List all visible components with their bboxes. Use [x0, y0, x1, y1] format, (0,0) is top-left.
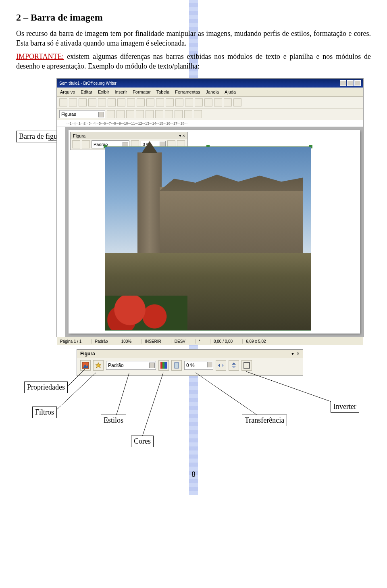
paste-icon[interactable] — [137, 98, 145, 106]
cut-icon[interactable] — [117, 98, 125, 106]
menu-formatar[interactable]: Formatar — [133, 90, 151, 94]
svg-rect-2 — [160, 362, 162, 369]
important-label: IMPORTANTE: — [16, 52, 64, 60]
svg-marker-8 — [232, 363, 236, 365]
toolbar2-controls[interactable]: ▾ × — [291, 351, 300, 357]
frame-props-icon[interactable] — [165, 110, 173, 118]
gallery-icon[interactable] — [214, 98, 222, 106]
flip-horizontal-button[interactable] — [216, 360, 226, 371]
menu-exibir[interactable]: Exibir — [98, 90, 109, 94]
callout-transferencia: Transferência — [242, 415, 287, 426]
status-modified: * — [195, 339, 200, 344]
undo-icon[interactable] — [146, 98, 154, 106]
graphics-mode-selector-large[interactable]: Padrão — [106, 361, 156, 370]
transparency-icon[interactable] — [171, 360, 182, 371]
send-back-icon[interactable] — [184, 110, 192, 118]
important-text: existem algumas diferenças nas barras ex… — [16, 52, 371, 70]
transparency-spinner-large[interactable]: 0 % — [184, 361, 213, 370]
page-number: 8 — [16, 470, 371, 479]
status-page: Página 1 / 1 — [60, 339, 81, 344]
copy-icon[interactable] — [127, 98, 135, 106]
new-doc-icon[interactable] — [59, 98, 67, 106]
menu-tabela[interactable]: Tabela — [156, 90, 169, 94]
image-content-tower — [137, 152, 162, 253]
graphic-properties-icon[interactable] — [72, 140, 80, 148]
status-insert: INSERIR — [141, 339, 161, 344]
svg-marker-9 — [232, 366, 236, 368]
open-icon[interactable] — [69, 98, 77, 106]
bring-front-icon[interactable] — [175, 110, 183, 118]
minimize-icon[interactable] — [340, 80, 346, 86]
close-icon[interactable] — [354, 80, 361, 86]
svg-line-15 — [196, 373, 264, 420]
menu-ajuda[interactable]: Ajuda — [225, 90, 236, 94]
status-coord1: 0,00 / 0,00 — [210, 339, 233, 344]
callout-filtros: Filtros — [32, 407, 57, 418]
screenshot-writer-window: Sem título1 - BrOffice.org Writer Arquiv… — [56, 78, 364, 337]
filter-icon[interactable] — [82, 140, 90, 148]
menu-editar[interactable]: Editar — [81, 90, 92, 94]
svg-line-16 — [246, 371, 343, 406]
menu-janela[interactable]: Janela — [206, 90, 219, 94]
menu-arquivo[interactable]: Arquivo — [60, 90, 75, 94]
border-icon[interactable] — [155, 110, 163, 118]
callout-estilos: Estilos — [101, 415, 126, 426]
status-zoom: 100% — [118, 339, 132, 344]
figure-toolbar-title: Figura — [73, 133, 85, 138]
find-icon[interactable] — [195, 98, 203, 106]
callout-cores: Cores — [131, 436, 154, 447]
save-icon[interactable] — [79, 98, 87, 106]
align-left-icon[interactable] — [107, 110, 115, 118]
redo-icon[interactable] — [156, 98, 164, 106]
formatting-toolbar[interactable]: Figuras — [57, 108, 363, 120]
align-justify-icon[interactable] — [136, 110, 144, 118]
image-content-building — [160, 187, 303, 253]
maximize-icon[interactable] — [347, 80, 354, 86]
toolbar-close-icon[interactable]: ▾ × — [179, 133, 185, 138]
frame-properties-button[interactable] — [241, 360, 252, 371]
svg-rect-4 — [164, 362, 167, 369]
image-content-flowers — [105, 296, 187, 330]
menu-ferramentas[interactable]: Ferramentas — [175, 90, 200, 94]
status-style: Padrão — [91, 339, 108, 344]
status-bar: Página 1 / 1 Padrão 100% INSERIR DESV * … — [57, 337, 363, 345]
window-controls[interactable] — [340, 80, 361, 86]
figure-toolbar2-title: Figura — [80, 351, 95, 357]
help-icon[interactable] — [233, 98, 241, 106]
table-icon[interactable] — [175, 98, 183, 106]
graphic-properties-button[interactable] — [80, 360, 91, 371]
svg-rect-10 — [244, 363, 250, 368]
filter-button[interactable] — [93, 360, 104, 371]
navigator-icon[interactable] — [204, 98, 212, 106]
style-selector[interactable]: Figuras — [59, 110, 105, 118]
menu-inserir[interactable]: Inserir — [115, 90, 127, 94]
wrap-icon[interactable] — [146, 110, 154, 118]
inserted-image[interactable] — [105, 146, 311, 331]
callout-propriedades: Propriedades — [24, 382, 68, 393]
figure-toolbar-enlarged: Figura ▾ × Padrão 0 % — [77, 349, 303, 376]
important-paragraph: IMPORTANTE: existem algumas diferenças n… — [16, 52, 371, 71]
document-page: Figura ▾ × Padrão 0 % — [69, 130, 360, 334]
status-desv: DESV — [171, 339, 185, 344]
align-right-icon[interactable] — [126, 110, 134, 118]
anchor-icon[interactable] — [194, 110, 202, 118]
color-button[interactable] — [158, 360, 169, 371]
image-content-sky — [105, 147, 311, 253]
vertical-ruler — [57, 127, 65, 337]
svg-line-14 — [141, 373, 163, 440]
menu-bar[interactable]: Arquivo Editar Exibir Inserir Formatar T… — [57, 88, 363, 97]
align-center-icon[interactable] — [117, 110, 125, 118]
spellcheck-icon[interactable] — [108, 98, 116, 106]
preview-icon[interactable] — [98, 98, 106, 106]
standard-toolbar[interactable] — [57, 97, 363, 108]
svg-marker-7 — [222, 363, 224, 367]
print-icon[interactable] — [88, 98, 96, 106]
svg-rect-5 — [175, 363, 179, 368]
svg-rect-3 — [162, 362, 164, 369]
zoom-icon[interactable] — [224, 98, 232, 106]
document-workspace: Figura ▾ × Padrão 0 % — [57, 127, 363, 337]
hyperlink-icon[interactable] — [166, 98, 174, 106]
flip-vertical-button[interactable] — [229, 360, 239, 371]
draw-icon[interactable] — [185, 98, 193, 106]
svg-marker-6 — [218, 363, 220, 367]
